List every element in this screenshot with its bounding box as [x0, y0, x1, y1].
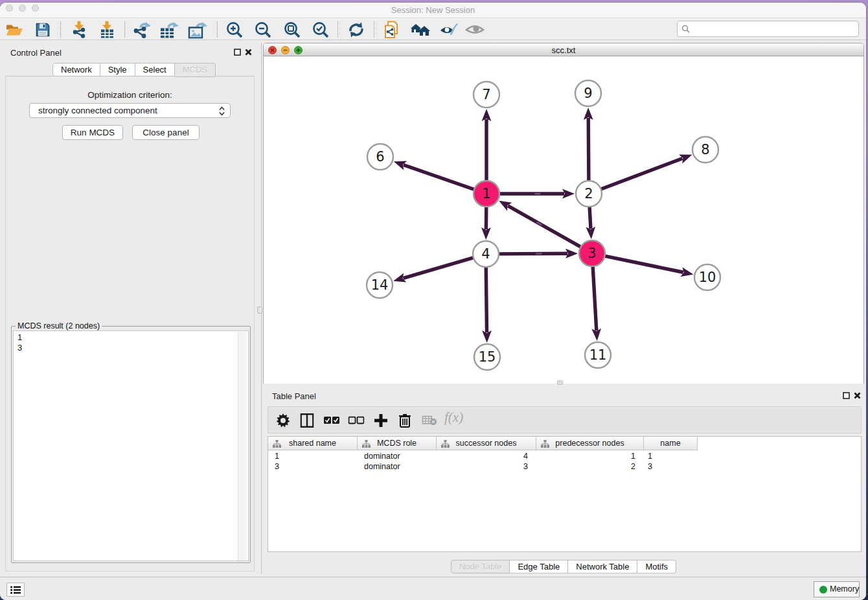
node-1[interactable]: 1 [474, 181, 499, 207]
control-panel-tabs: NetworkStyleSelectMCDS [52, 63, 216, 76]
node-4[interactable]: 4 [473, 241, 499, 267]
node-8[interactable]: 8 [692, 137, 718, 163]
table-tab-motifs[interactable]: Motifs [637, 560, 676, 573]
node-11[interactable]: 11 [585, 342, 611, 368]
export-network-button[interactable] [131, 21, 152, 39]
search-box[interactable] [677, 21, 859, 37]
show-graphics-details-button[interactable] [464, 21, 485, 39]
edge-2-8[interactable] [600, 155, 692, 190]
select-all-columns-button[interactable] [322, 411, 341, 430]
function-builder-button[interactable]: f(x) [444, 410, 463, 426]
horizontal-splitter-handle[interactable] [557, 380, 563, 385]
column-settings-button[interactable] [273, 411, 293, 430]
svg-text:3: 3 [588, 246, 596, 261]
table-toolbar: f(x) [268, 406, 862, 433]
run-mcds-button[interactable]: Run MCDS [62, 125, 123, 140]
node-14[interactable]: 14 [367, 272, 393, 298]
control-tab-select[interactable]: Select [135, 63, 175, 76]
float-table-panel-icon[interactable] [843, 392, 850, 399]
cell-r1-c3[interactable]: 2 [543, 461, 635, 472]
node-9[interactable]: 9 [575, 80, 601, 106]
result-scrollbar[interactable] [238, 332, 247, 560]
criterion-select[interactable]: strongly connected component [29, 103, 231, 118]
zoom-fit-button[interactable] [282, 21, 303, 39]
split-view-button[interactable] [297, 411, 317, 430]
edge-1-7[interactable] [482, 109, 492, 181]
cell-r1-c2[interactable]: 3 [443, 461, 528, 472]
first-neighbors-button[interactable] [346, 21, 367, 39]
node-7[interactable]: 7 [474, 82, 499, 108]
edge-1-2[interactable] [499, 189, 575, 199]
eye-slash-icon [439, 22, 459, 38]
node-10[interactable]: 10 [694, 264, 720, 290]
import-table-button[interactable] [97, 21, 117, 39]
export-image-button[interactable] [187, 21, 208, 39]
import-network-button[interactable] [69, 21, 89, 39]
edge-4-15[interactable] [482, 266, 492, 343]
cell-r0-c2[interactable]: 4 [443, 451, 528, 461]
edge-3-1[interactable] [499, 201, 581, 248]
zoom-in-button[interactable] [224, 21, 245, 39]
export-table-button[interactable] [159, 21, 179, 39]
mcds-result-textarea[interactable]: 1 3 [13, 330, 249, 561]
delete-row-button[interactable] [395, 411, 415, 430]
edge-1-6[interactable] [394, 161, 475, 189]
svg-text:6: 6 [376, 149, 384, 165]
node-3[interactable]: 3 [579, 240, 605, 266]
hide-selected-button[interactable] [439, 21, 459, 39]
column-header-shared-name[interactable]: shared name [268, 437, 358, 450]
table-tab-edge-table[interactable]: Edge Table [510, 560, 568, 573]
search-input[interactable] [693, 22, 855, 36]
gear-icon [276, 413, 290, 428]
save-session-button[interactable] [32, 21, 53, 39]
close-panel-icon[interactable] [245, 49, 252, 56]
zoom-selected-button[interactable] [310, 21, 331, 39]
node-2[interactable]: 2 [576, 181, 602, 207]
edge-4-3[interactable] [498, 249, 578, 259]
delete-table-button[interactable] [420, 411, 439, 430]
add-row-button[interactable] [371, 411, 391, 430]
zoom-out-button[interactable] [253, 21, 273, 39]
node-6[interactable]: 6 [367, 144, 393, 170]
cell-r1-c1[interactable]: dominator [364, 461, 428, 472]
cell-r0-c3[interactable]: 1 [543, 451, 635, 461]
memory-button[interactable]: Memory [814, 581, 860, 597]
edge-2-9[interactable] [584, 108, 593, 181]
network-frame-titlebar[interactable]: scc.txt [264, 43, 863, 56]
open-file-button[interactable] [4, 21, 25, 39]
cell-r0-c0[interactable]: 1 [275, 451, 349, 461]
unselect-all-columns-button[interactable] [347, 411, 366, 430]
mcds-result-title: MCDS result (2 nodes) [16, 321, 102, 330]
vertical-splitter-handle[interactable] [257, 306, 262, 314]
control-tab-network[interactable]: Network [52, 63, 100, 76]
close-table-panel-icon[interactable] [854, 392, 861, 399]
table-tab-node-table[interactable]: Node Table [451, 560, 510, 573]
svg-text:2: 2 [584, 186, 593, 202]
edge-3-10[interactable] [604, 256, 694, 277]
column-header-successor-nodes[interactable]: successor nodes [437, 437, 536, 450]
show-panels-button[interactable] [6, 583, 25, 597]
svg-text:10: 10 [699, 270, 716, 285]
cell-r0-c4[interactable]: 1 [648, 451, 687, 461]
vertical-splitter[interactable] [255, 43, 263, 574]
cell-r1-c4[interactable]: 3 [648, 461, 687, 472]
edge-1-4[interactable] [481, 206, 491, 240]
float-panel-icon[interactable] [234, 49, 241, 56]
cell-r0-c1[interactable]: dominator [364, 451, 428, 461]
duplicate-network-button[interactable] [381, 21, 402, 39]
network-canvas[interactable]: 1234678910111415 [264, 57, 863, 384]
table-tab-network-table[interactable]: Network Table [568, 560, 637, 573]
cell-r1-c0[interactable]: 3 [275, 461, 349, 472]
edge-3-11[interactable] [591, 266, 601, 341]
control-tab-mcds[interactable]: MCDS [175, 63, 216, 77]
column-header-name[interactable]: name [644, 437, 698, 450]
column-header-predecessor-nodes[interactable]: predecessor nodes [536, 437, 644, 450]
control-tab-style[interactable]: Style [100, 63, 135, 76]
reset-view-button[interactable] [410, 21, 431, 39]
toolbar-separator [337, 21, 338, 38]
edge-4-14[interactable] [393, 257, 474, 282]
node-15[interactable]: 15 [474, 344, 500, 370]
edge-2-3[interactable] [586, 206, 595, 239]
column-header-MCDS-role[interactable]: MCDS role [358, 437, 437, 450]
close-panel-button[interactable]: Close panel [132, 125, 200, 140]
